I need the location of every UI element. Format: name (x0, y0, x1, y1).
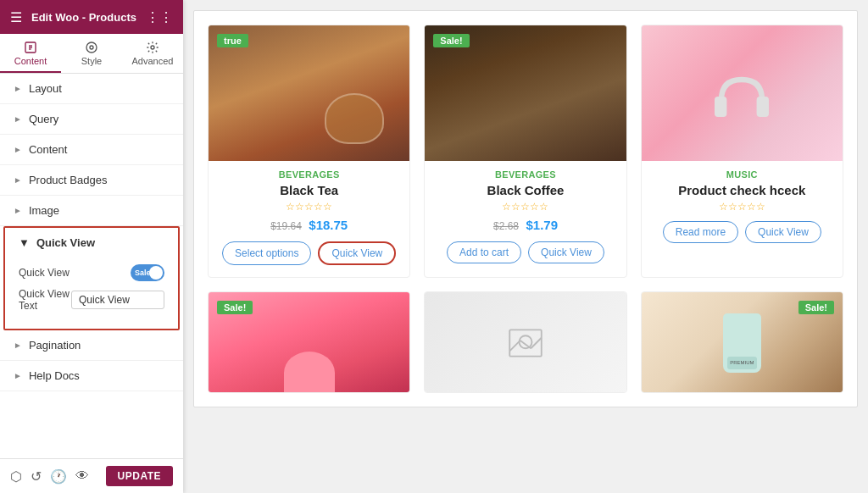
tea-cup-art (325, 93, 384, 144)
toggle-on-label: Sale (135, 269, 151, 277)
product-body-coffee: Beverages Black Coffee ☆☆☆☆☆ $2.68 $1.79… (425, 161, 626, 275)
product-price-tea: $19.64 $18.75 (219, 218, 399, 233)
history-icon[interactable]: 🕐 (50, 468, 67, 485)
sidebar-tabs: Content Style Advanced (0, 34, 183, 74)
product-card-cupcake: Sale! (208, 291, 410, 393)
sidebar-item-pagination-label: Pagination (29, 339, 81, 352)
quick-view-header[interactable]: ▼ Quick View (5, 228, 178, 258)
select-options-button[interactable]: Select options (222, 241, 311, 265)
product-actions-tea: Select options Quick View (219, 241, 399, 265)
eye-icon[interactable]: 👁 (75, 468, 89, 484)
product-stars-coffee: ☆☆☆☆☆ (435, 201, 615, 213)
quick-view-label: Quick View (36, 236, 95, 249)
arrow-icon: ► (14, 206, 22, 215)
quick-view-button-headphones[interactable]: Quick View (745, 221, 821, 243)
svg-point-4 (90, 46, 93, 49)
sidebar-item-layout[interactable]: ► Layout (0, 74, 183, 104)
tab-advanced[interactable]: Advanced (122, 34, 183, 73)
bottom-icons: ⬡ ↺ 🕐 👁 (10, 468, 89, 485)
quick-view-text-row: Quick View Text (19, 288, 164, 312)
main-content: true Beverages Black Tea ☆☆☆☆☆ $19.64 $1… (183, 0, 868, 493)
product-name-headphones: Product check hceck (652, 183, 832, 197)
sidebar-item-query-label: Query (29, 113, 58, 125)
svg-point-6 (151, 46, 154, 49)
sidebar-menu: ► Layout ► Query ► Content ► Product Bad… (0, 74, 183, 458)
cup-art: PREMIUM (723, 313, 761, 373)
product-category-tea: Beverages (219, 169, 399, 180)
undo-icon[interactable]: ↺ (31, 468, 42, 485)
headphones-image (642, 25, 843, 161)
grid-icon[interactable]: ⋮⋮ (146, 9, 173, 25)
svg-rect-8 (757, 97, 769, 117)
sale-badge-coffee: Sale! (433, 34, 469, 47)
quick-view-toggle[interactable]: Sale (131, 264, 164, 281)
product-card-placeholder (424, 291, 626, 393)
product-category-coffee: Beverages (435, 169, 615, 180)
sale-badge-cupcake: Sale! (217, 301, 253, 314)
product-image-wrapper-headphones (642, 25, 843, 161)
tab-content-label: Content (14, 56, 47, 66)
sidebar-item-content[interactable]: ► Content (0, 135, 183, 165)
product-stars-headphones: ☆☆☆☆☆ (652, 201, 832, 213)
update-button[interactable]: UPDATE (106, 466, 173, 486)
sidebar-item-image-label: Image (29, 204, 59, 217)
product-body-tea: Beverages Black Tea ☆☆☆☆☆ $19.64 $18.75 … (209, 161, 409, 277)
arrow-icon: ► (14, 145, 22, 154)
quick-view-button-coffee[interactable]: Quick View (528, 241, 604, 263)
product-actions-coffee: Add to cart Quick View (435, 241, 615, 263)
sidebar-header: ☰ Edit Woo - Products ⋮⋮ (0, 0, 183, 34)
sidebar-item-pagination[interactable]: ► Pagination (0, 330, 183, 361)
cupcake-art (284, 352, 335, 393)
tab-advanced-label: Advanced (132, 56, 174, 66)
product-image-wrapper-coffee: Sale! (425, 25, 626, 161)
product-body-headphones: Music Product check hceck ☆☆☆☆☆ Read mor… (642, 161, 843, 255)
add-to-cart-button[interactable]: Add to cart (447, 241, 521, 263)
sidebar-item-query[interactable]: ► Query (0, 104, 183, 135)
sidebar-item-content-label: Content (29, 143, 68, 156)
sale-badge-tea: true (217, 34, 248, 47)
sidebar-item-help-label: Help Docs (29, 369, 80, 382)
sidebar-item-badges-label: Product Badges (29, 174, 108, 186)
svg-line-11 (509, 341, 520, 352)
product-category-headphones: Music (652, 169, 832, 180)
quick-view-button-tea[interactable]: Quick View (318, 241, 396, 265)
tab-style-label: Style (81, 56, 102, 66)
product-stars-tea: ☆☆☆☆☆ (219, 201, 399, 213)
sidebar-item-help-docs[interactable]: ► Help Docs (0, 361, 183, 391)
product-actions-headphones: Read more Quick View (652, 221, 832, 243)
product-image-wrapper-premium: PREMIUM Sale! (642, 292, 843, 393)
cup-label: PREMIUM (727, 357, 757, 369)
sidebar: ☰ Edit Woo - Products ⋮⋮ Content Style A… (0, 0, 183, 493)
placeholder-image (425, 292, 626, 393)
svg-rect-7 (715, 97, 726, 117)
sidebar-bottom: ⬡ ↺ 🕐 👁 UPDATE (0, 458, 183, 493)
layers-icon[interactable]: ⬡ (10, 468, 22, 485)
product-name-coffee: Black Coffee (435, 183, 615, 197)
quick-view-text-input[interactable] (71, 291, 164, 309)
products-container: true Beverages Black Tea ☆☆☆☆☆ $19.64 $1… (193, 10, 858, 407)
sidebar-item-product-badges[interactable]: ► Product Badges (0, 165, 183, 196)
product-image-wrapper-cupcake: Sale! (209, 292, 409, 393)
sidebar-item-layout-label: Layout (29, 82, 62, 95)
quick-view-toggle-row: Quick View Sale (19, 264, 164, 281)
product-card-black-tea: true Beverages Black Tea ☆☆☆☆☆ $19.64 $1… (208, 25, 410, 278)
read-more-button[interactable]: Read more (663, 221, 738, 243)
advanced-icon (146, 41, 159, 54)
price-new-tea: $18.75 (309, 218, 348, 232)
product-card-black-coffee: Sale! Beverages Black Coffee ☆☆☆☆☆ $2.68… (424, 25, 626, 278)
arrow-icon: ► (14, 175, 22, 185)
content-icon (24, 41, 37, 54)
product-price-coffee: $2.68 $1.79 (435, 218, 615, 233)
headphones-svg (708, 59, 776, 127)
tab-content[interactable]: Content (0, 34, 61, 73)
hamburger-icon[interactable]: ☰ (10, 9, 22, 25)
product-image-wrapper: true (209, 25, 409, 161)
product-name-tea: Black Tea (219, 183, 399, 197)
sidebar-item-image[interactable]: ► Image (0, 196, 183, 226)
tab-style[interactable]: Style (61, 34, 122, 73)
svg-point-5 (86, 42, 97, 53)
product-card-premium: PREMIUM Sale! (641, 291, 843, 393)
sale-badge-premium: Sale! (798, 301, 834, 314)
arrow-open-icon: ▼ (19, 236, 30, 249)
arrow-icon: ► (14, 371, 22, 380)
